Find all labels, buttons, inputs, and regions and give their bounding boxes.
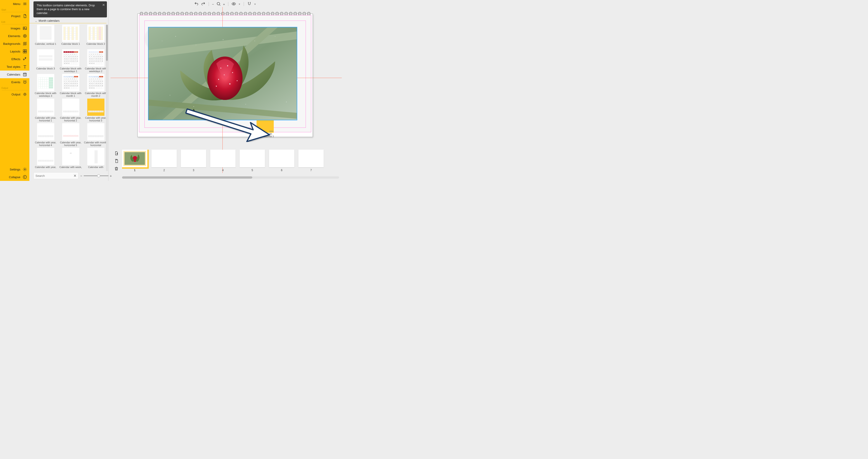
toolbox-item[interactable]: Calendar, vertical 1 xyxy=(33,25,58,49)
toolbox-item[interactable]: Calendar with month, horizontal xyxy=(84,123,108,147)
toolbox-thumb[interactable] xyxy=(62,99,79,116)
page-thumb[interactable]: 4 xyxy=(210,150,236,172)
clear-icon[interactable]: ✕ xyxy=(73,174,76,178)
svg-rect-696 xyxy=(94,162,98,162)
toolbox-thumb[interactable] xyxy=(37,148,54,165)
toolbox-item[interactable]: January2 66">123456789101112131415161718… xyxy=(84,74,108,98)
toolbox-thumb[interactable] xyxy=(87,148,104,165)
toolbox-thumb[interactable]: 1234567891011121314151617181920212223242… xyxy=(62,49,79,66)
page-thumb[interactable]: 7 xyxy=(298,150,324,172)
toolbox-item[interactable]: Calendar with year, horizontal 5 xyxy=(59,123,83,147)
toolbox-item[interactable]: 1234567891011121314151617181920212223242… xyxy=(59,49,83,73)
photo-frame[interactable] xyxy=(149,27,297,120)
nav-images[interactable]: Images xyxy=(0,24,29,32)
visibility-icon[interactable] xyxy=(231,2,236,7)
toolbox-thumb[interactable] xyxy=(37,49,54,66)
toolbox-thumb[interactable] xyxy=(37,123,54,141)
toolbox-item[interactable]: Calendar with year, horizontal 2 xyxy=(59,99,83,122)
svg-point-717 xyxy=(229,83,230,84)
dropdown-2-icon[interactable]: ▼ xyxy=(254,3,256,5)
toolbox-item[interactable]: Calendar block 2 xyxy=(84,25,108,49)
undo-icon[interactable] xyxy=(194,2,199,7)
svg-rect-288 xyxy=(40,84,42,86)
toolbox-thumb[interactable] xyxy=(87,25,104,42)
nav-events[interactable]: Events xyxy=(0,78,29,86)
zoom-fit-icon[interactable] xyxy=(216,2,221,7)
nav-backgrounds[interactable]: Backgrounds xyxy=(0,40,29,48)
page-thumb[interactable]: 6 xyxy=(269,150,294,172)
search-field[interactable] xyxy=(35,174,73,178)
toolbox-item[interactable]: January2 66">123456789101112131415161718… xyxy=(59,74,83,98)
thumb-zoom[interactable]: − + xyxy=(80,174,112,178)
redo-icon[interactable] xyxy=(201,2,206,7)
duplicate-page-icon[interactable] xyxy=(114,159,119,164)
toolbox-thumb[interactable]: 1234567891011121314151617181920212223242… xyxy=(87,49,104,66)
nav-project[interactable]: Project xyxy=(0,12,29,20)
svg-text:24: 24 xyxy=(93,85,94,86)
search-input[interactable]: ✕ xyxy=(33,172,79,179)
toolbox-item[interactable]: Calendar block 3 xyxy=(33,49,58,73)
zoom-in-button[interactable]: + xyxy=(223,2,225,6)
toolbox-thumb[interactable] xyxy=(37,74,54,91)
zoom-out-icon[interactable]: − xyxy=(80,174,82,178)
toolbox-item[interactable]: Calendar block with weekdays 3 xyxy=(33,74,58,98)
tooltip-text: This toolbox contains calendar elements.… xyxy=(37,4,95,15)
nav-layouts[interactable]: Layouts xyxy=(0,48,29,55)
svg-rect-499 xyxy=(71,111,72,112)
svg-rect-23 xyxy=(40,32,52,33)
toolbox-thumb[interactable] xyxy=(87,123,104,141)
toolbox-item[interactable]: Calendar with year, horizontal 3 xyxy=(84,99,108,122)
nav-settings[interactable]: Settings xyxy=(0,165,29,173)
page-thumb[interactable]: 5 xyxy=(240,150,265,172)
svg-text:19: 19 xyxy=(72,83,74,84)
toolbox-thumb[interactable] xyxy=(62,123,79,141)
page-thumb[interactable]: 1 xyxy=(122,150,147,172)
toolbox-item[interactable]: wkCalendar with week, xyxy=(59,148,83,171)
nav-collapse[interactable]: Collapse xyxy=(0,173,29,181)
toolbox-thumb[interactable] xyxy=(37,99,54,116)
svg-rect-80 xyxy=(97,27,98,29)
svg-rect-648 xyxy=(40,160,41,162)
svg-rect-632 xyxy=(98,135,99,137)
page-thumb[interactable]: 3 xyxy=(181,150,206,172)
svg-rect-692 xyxy=(94,159,98,160)
toolbox-thumb[interactable]: January2 66">123456789101112131415161718… xyxy=(62,74,79,91)
dropdown-1-icon[interactable]: ▼ xyxy=(238,3,241,5)
zoom-out-button[interactable]: − xyxy=(212,2,214,6)
toolbox-item[interactable]: Calendar with year, horizontal 1 xyxy=(33,99,58,122)
snap-icon[interactable] xyxy=(247,2,252,7)
page-thumb[interactable]: 2 xyxy=(151,150,177,172)
toolbox-item[interactable]: Calendar with year, xyxy=(33,148,58,171)
toolbox-thumb[interactable] xyxy=(87,99,104,116)
svg-rect-613 xyxy=(89,135,90,137)
nav-text-styles[interactable]: Text styles xyxy=(0,63,29,70)
toolbox-thumb[interactable]: wk xyxy=(62,148,79,165)
toolbox-scrollbar[interactable] xyxy=(106,25,108,171)
toolbox-item[interactable]: Calendar block 1 xyxy=(59,25,83,49)
close-icon[interactable]: ✕ xyxy=(102,3,105,7)
toolbox-thumb[interactable]: January2 66">123456789101112131415161718… xyxy=(87,74,104,91)
nav-elements[interactable]: Elements xyxy=(0,32,29,40)
nav-output[interactable]: Output xyxy=(0,90,29,98)
toolbox-section-header[interactable]: ⌄ Month calendars xyxy=(29,19,106,23)
nav-calendars[interactable]: Calendars 31 xyxy=(0,70,29,78)
menu-button[interactable]: Menu xyxy=(0,0,29,8)
svg-rect-668 xyxy=(51,160,51,162)
svg-text:8: 8 xyxy=(64,81,65,82)
toolbox-item[interactable]: Calendar with xyxy=(84,148,108,171)
delete-page-icon[interactable] xyxy=(114,166,119,172)
pages-scrollbar[interactable] xyxy=(122,176,339,179)
toolbox-item[interactable]: 1234567891011121314151617181920212223242… xyxy=(84,49,108,73)
toolbox-item[interactable]: Calendar with year, horizontal 4 xyxy=(33,123,58,147)
nav-effects[interactable]: Effects xyxy=(0,55,29,63)
svg-rect-690 xyxy=(94,158,98,159)
svg-text:2: 2 xyxy=(66,54,67,55)
svg-rect-566 xyxy=(48,135,49,137)
toolbox-thumb[interactable] xyxy=(37,25,54,42)
svg-text:30: 30 xyxy=(66,63,67,64)
toolbox-thumb[interactable] xyxy=(62,25,79,42)
zoom-slider-track[interactable] xyxy=(84,176,108,176)
toolbox-panel: This toolbox contains calendar elements.… xyxy=(29,0,108,181)
svg-rect-457 xyxy=(41,111,42,112)
add-page-icon[interactable] xyxy=(114,151,119,156)
